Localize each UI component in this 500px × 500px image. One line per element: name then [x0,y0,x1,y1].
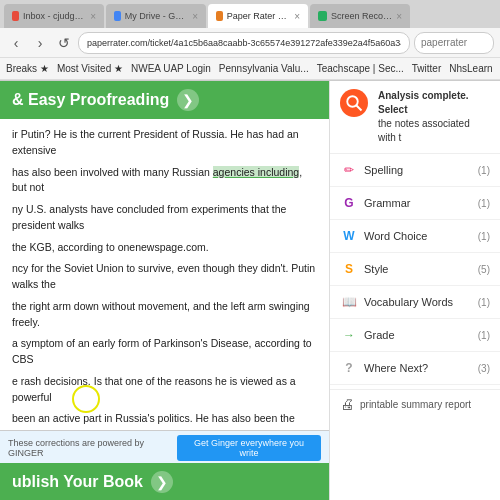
style-icon: S [340,260,358,278]
tab-close-drive[interactable]: × [192,11,198,22]
tab-bar: Inbox - cjudge@rtms... × My Drive - Goog… [0,0,500,28]
content-panel: & Easy Proofreading ❯ ir Putin? He is th… [0,81,330,500]
sidebar-item-style[interactable]: S Style (5) [330,253,500,286]
para-7: a symptom of an early form of Parkinson'… [12,336,317,368]
para-1: ir Putin? He is the current President of… [12,127,317,159]
tab-close-screen-recorder[interactable]: × [396,11,402,22]
word-choice-count: (1) [478,231,490,242]
tab-paperrater[interactable]: Paper Rater Example... × [208,4,308,28]
style-label: Style [364,263,472,275]
tab-close-inbox[interactable]: × [90,11,96,22]
bookmark-teachscape[interactable]: Teachscape | Sec... [317,63,404,74]
sidebar-item-spelling[interactable]: ✏ Spelling (1) [330,154,500,187]
bookmark-nwea[interactable]: NWEA UAP Login [131,63,211,74]
para-6: the right arm down without movement, and… [12,299,317,331]
tab-close-paperrater[interactable]: × [294,11,300,22]
analysis-subtext: the notes associated with t [378,118,470,143]
sidebar-item-grammar[interactable]: G Grammar (1) [330,187,500,220]
grammar-label: Grammar [364,197,472,209]
header-arrow[interactable]: ❯ [177,89,199,111]
grade-icon: → [340,326,358,344]
para-5: ncy for the Soviet Union to survive, eve… [12,261,317,293]
svg-line-1 [356,105,361,110]
analysis-icon [340,89,372,121]
bookmark-twitter[interactable]: Twitter [412,63,441,74]
green-footer: ublish Your Book ❯ [0,463,329,500]
bookmark-nhs[interactable]: NhsLearn [449,63,492,74]
vocabulary-label: Vocabulary Words [364,296,472,308]
spelling-count: (1) [478,165,490,176]
word-choice-label: Word Choice [364,230,472,242]
print-icon: 🖨 [340,396,354,412]
spelling-label: Spelling [364,164,472,176]
print-report[interactable]: 🖨 printable summary report [330,389,500,418]
print-label: printable summary report [360,399,471,410]
para-2: has also been involved with many Russian… [12,165,317,197]
tab-drive[interactable]: My Drive - Google Dri... × [106,4,206,28]
main-area: & Easy Proofreading ❯ ir Putin? He is th… [0,81,500,500]
tab-inbox[interactable]: Inbox - cjudge@rtms... × [4,4,104,28]
forward-button[interactable]: › [30,33,50,53]
grade-label: Grade [364,329,472,341]
bookmark-most-visited[interactable]: Most Visited ★ [57,63,123,74]
para-3: ny U.S. analysts have concluded from exp… [12,202,317,234]
bookmarks-bar: Breaks ★ Most Visited ★ NWEA UAP Login P… [0,58,500,80]
browser-chrome: Inbox - cjudge@rtms... × My Drive - Goog… [0,0,500,81]
vocabulary-icon: 📖 [340,293,358,311]
grammar-icon: G [340,194,358,212]
ginger-bar: These corrections are powered by GINGER … [0,430,329,465]
where-next-label: Where Next? [364,362,472,374]
ginger-text: These corrections are powered by GINGER [8,438,177,458]
sidebar-item-vocabulary[interactable]: 📖 Vocabulary Words (1) [330,286,500,319]
analysis-text: Analysis complete. Select the notes asso… [378,89,490,145]
grade-count: (1) [478,330,490,341]
sidebar-item-word-choice[interactable]: W Word Choice (1) [330,220,500,253]
header-title: & Easy Proofreading [12,91,169,109]
para-4: the KGB, according to onenewspage.com. [12,240,317,256]
analysis-header: Analysis complete. Select the notes asso… [330,81,500,154]
style-count: (5) [478,264,490,275]
footer-arrow[interactable]: ❯ [151,471,173,493]
back-button[interactable]: ‹ [6,33,26,53]
vocabulary-count: (1) [478,297,490,308]
para-8: e rash decisions. Is that one of the rea… [12,374,317,406]
magnifier-icon [340,89,368,117]
analysis-complete-label: Analysis complete. Select [378,90,469,115]
where-next-icon: ? [340,359,358,377]
bookmark-penn[interactable]: Pennsylvania Valu... [219,63,309,74]
spelling-icon: ✏ [340,161,358,179]
footer-title: ublish Your Book [12,473,143,491]
ginger-button[interactable]: Get Ginger everywhere you write [177,435,321,461]
sidebar-item-where-next[interactable]: ? Where Next? (3) [330,352,500,385]
sidebar-item-grade[interactable]: → Grade (1) [330,319,500,352]
highlight-agencies: agencies including [213,166,299,178]
green-header: & Easy Proofreading ❯ [0,81,329,119]
svg-point-0 [347,96,358,107]
search-box[interactable] [414,32,494,54]
tab-screen-recorder[interactable]: Screen Recorder × [310,4,410,28]
word-choice-icon: W [340,227,358,245]
where-next-count: (3) [478,363,490,374]
bookmark-breaks[interactable]: Breaks ★ [6,63,49,74]
nav-bar: ‹ › ↺ [0,28,500,58]
refresh-button[interactable]: ↺ [54,33,74,53]
address-bar[interactable] [78,32,410,54]
sidebar: Analysis complete. Select the notes asso… [330,81,500,500]
grammar-count: (1) [478,198,490,209]
